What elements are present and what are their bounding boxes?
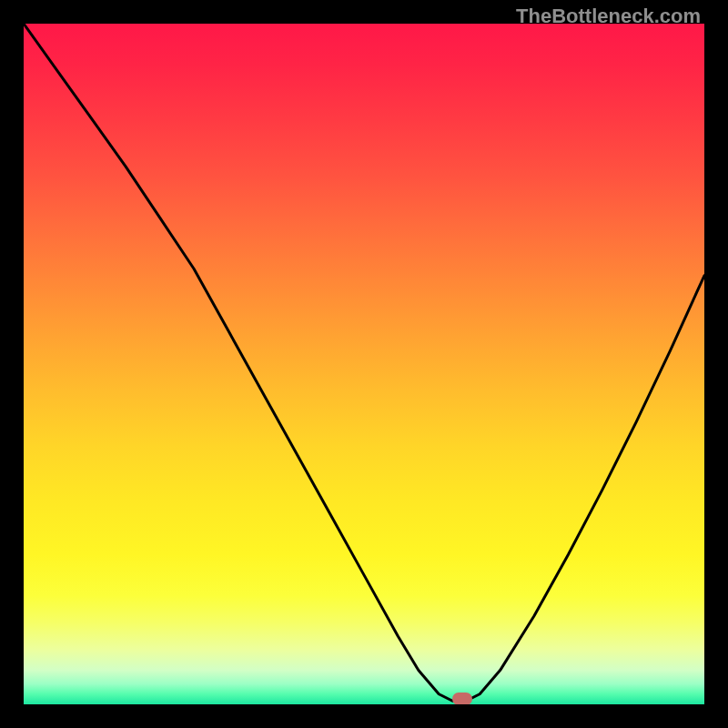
plot-area [24,24,704,704]
svg-rect-0 [24,24,704,704]
watermark-text: TheBottleneck.com [516,5,701,28]
optimal-point-marker [452,693,472,704]
chart-container: TheBottleneck.com [0,0,728,728]
gradient-background [24,24,704,704]
